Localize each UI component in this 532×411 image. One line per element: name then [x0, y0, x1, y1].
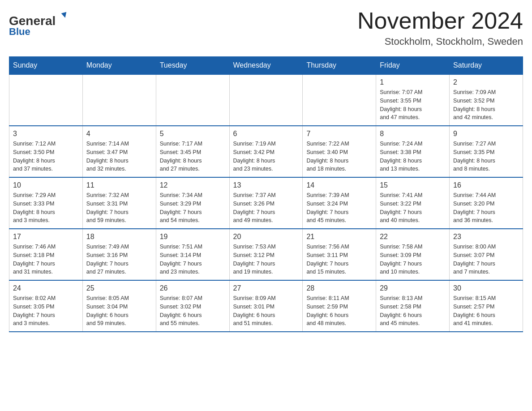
day-number: 15: [380, 181, 446, 189]
table-row: [303, 74, 376, 126]
table-row: 2Sunrise: 7:09 AMSunset: 3:52 PMDaylight…: [450, 74, 523, 126]
day-number: 2: [453, 78, 519, 86]
day-info: Sunrise: 7:24 AMSunset: 3:38 PMDaylight:…: [380, 140, 446, 173]
day-number: 20: [233, 233, 299, 241]
day-info: Sunrise: 7:29 AMSunset: 3:33 PMDaylight:…: [13, 191, 79, 225]
table-row: 27Sunrise: 8:09 AMSunset: 3:01 PMDayligh…: [229, 280, 303, 332]
day-info: Sunrise: 7:17 AMSunset: 3:45 PMDaylight:…: [160, 140, 226, 173]
day-number: 13: [233, 181, 299, 189]
day-number: 29: [380, 284, 446, 292]
table-row: 6Sunrise: 7:19 AMSunset: 3:42 PMDaylight…: [229, 126, 303, 177]
day-number: 14: [306, 181, 372, 189]
day-info: Sunrise: 8:09 AMSunset: 3:01 PMDaylight:…: [233, 294, 299, 328]
day-info: Sunrise: 7:39 AMSunset: 3:24 PMDaylight:…: [306, 191, 372, 225]
table-row: [229, 74, 303, 126]
day-number: 6: [233, 130, 299, 138]
day-number: 22: [380, 233, 446, 241]
table-row: 1Sunrise: 7:07 AMSunset: 3:55 PMDaylight…: [376, 74, 450, 126]
day-info: Sunrise: 7:41 AMSunset: 3:22 PMDaylight:…: [380, 191, 446, 225]
day-number: 9: [453, 130, 519, 138]
day-number: 25: [86, 284, 152, 292]
col-friday: Friday: [376, 57, 450, 75]
table-row: 24Sunrise: 8:02 AMSunset: 3:05 PMDayligh…: [9, 280, 83, 332]
day-number: 18: [86, 233, 152, 241]
table-row: 4Sunrise: 7:14 AMSunset: 3:47 PMDaylight…: [82, 126, 156, 177]
table-row: 11Sunrise: 7:32 AMSunset: 3:31 PMDayligh…: [82, 177, 156, 229]
day-number: 24: [13, 284, 79, 292]
table-row: 22Sunrise: 7:58 AMSunset: 3:09 PMDayligh…: [376, 229, 450, 280]
day-number: 17: [13, 233, 79, 241]
day-info: Sunrise: 7:53 AMSunset: 3:12 PMDaylight:…: [233, 243, 299, 276]
table-row: 12Sunrise: 7:34 AMSunset: 3:29 PMDayligh…: [156, 177, 229, 229]
calendar-table: Sunday Monday Tuesday Wednesday Thursday…: [9, 56, 523, 332]
day-number: 23: [453, 233, 519, 241]
col-wednesday: Wednesday: [229, 57, 303, 75]
day-info: Sunrise: 7:22 AMSunset: 3:40 PMDaylight:…: [306, 140, 372, 173]
day-number: 21: [306, 233, 372, 241]
day-number: 1: [380, 78, 446, 86]
calendar-week-row: 17Sunrise: 7:46 AMSunset: 3:18 PMDayligh…: [9, 229, 523, 280]
day-info: Sunrise: 7:44 AMSunset: 3:20 PMDaylight:…: [453, 191, 519, 225]
day-info: Sunrise: 7:51 AMSunset: 3:14 PMDaylight:…: [160, 243, 226, 276]
day-number: 10: [13, 181, 79, 189]
table-row: 15Sunrise: 7:41 AMSunset: 3:22 PMDayligh…: [376, 177, 450, 229]
col-tuesday: Tuesday: [156, 57, 229, 75]
logo-svg: General Blue: [9, 9, 81, 40]
logo: General Blue: [9, 9, 81, 40]
calendar-week-row: 10Sunrise: 7:29 AMSunset: 3:33 PMDayligh…: [9, 177, 523, 229]
table-row: 30Sunrise: 8:15 AMSunset: 2:57 PMDayligh…: [450, 280, 523, 332]
col-thursday: Thursday: [303, 57, 376, 75]
title-area: November 2024 Stockholm, Stockholm, Swed…: [357, 9, 523, 47]
day-info: Sunrise: 7:49 AMSunset: 3:16 PMDaylight:…: [86, 243, 152, 276]
table-row: 18Sunrise: 7:49 AMSunset: 3:16 PMDayligh…: [82, 229, 156, 280]
table-row: 21Sunrise: 7:56 AMSunset: 3:11 PMDayligh…: [303, 229, 376, 280]
day-number: 4: [86, 130, 152, 138]
day-number: 27: [233, 284, 299, 292]
day-number: 28: [306, 284, 372, 292]
day-info: Sunrise: 7:34 AMSunset: 3:29 PMDaylight:…: [160, 191, 226, 225]
table-row: 8Sunrise: 7:24 AMSunset: 3:38 PMDaylight…: [376, 126, 450, 177]
day-number: 12: [160, 181, 226, 189]
col-sunday: Sunday: [9, 57, 83, 75]
day-number: 5: [160, 130, 226, 138]
table-row: [82, 74, 156, 126]
day-number: 8: [380, 130, 446, 138]
table-row: [156, 74, 229, 126]
page-header: General Blue November 2024 Stockholm, St…: [9, 9, 523, 47]
day-info: Sunrise: 7:58 AMSunset: 3:09 PMDaylight:…: [380, 243, 446, 276]
day-number: 7: [306, 130, 372, 138]
table-row: 7Sunrise: 7:22 AMSunset: 3:40 PMDaylight…: [303, 126, 376, 177]
day-number: 11: [86, 181, 152, 189]
day-info: Sunrise: 7:19 AMSunset: 3:42 PMDaylight:…: [233, 140, 299, 173]
day-info: Sunrise: 8:00 AMSunset: 3:07 PMDaylight:…: [453, 243, 519, 276]
calendar-week-row: 24Sunrise: 8:02 AMSunset: 3:05 PMDayligh…: [9, 280, 523, 332]
table-row: 14Sunrise: 7:39 AMSunset: 3:24 PMDayligh…: [303, 177, 376, 229]
day-info: Sunrise: 7:12 AMSunset: 3:50 PMDaylight:…: [13, 140, 79, 173]
table-row: 13Sunrise: 7:37 AMSunset: 3:26 PMDayligh…: [229, 177, 303, 229]
table-row: 20Sunrise: 7:53 AMSunset: 3:12 PMDayligh…: [229, 229, 303, 280]
col-monday: Monday: [82, 57, 156, 75]
day-number: 26: [160, 284, 226, 292]
day-info: Sunrise: 7:14 AMSunset: 3:47 PMDaylight:…: [86, 140, 152, 173]
day-info: Sunrise: 7:07 AMSunset: 3:55 PMDaylight:…: [380, 88, 446, 122]
svg-text:Blue: Blue: [9, 26, 30, 37]
day-info: Sunrise: 7:32 AMSunset: 3:31 PMDaylight:…: [86, 191, 152, 225]
location-title: Stockholm, Stockholm, Sweden: [357, 36, 523, 47]
table-row: 5Sunrise: 7:17 AMSunset: 3:45 PMDaylight…: [156, 126, 229, 177]
day-info: Sunrise: 7:27 AMSunset: 3:35 PMDaylight:…: [453, 140, 519, 173]
day-info: Sunrise: 8:15 AMSunset: 2:57 PMDaylight:…: [453, 294, 519, 328]
day-number: 16: [453, 181, 519, 189]
day-number: 19: [160, 233, 226, 241]
day-number: 30: [453, 284, 519, 292]
table-row: 29Sunrise: 8:13 AMSunset: 2:58 PMDayligh…: [376, 280, 450, 332]
day-info: Sunrise: 8:07 AMSunset: 3:02 PMDaylight:…: [160, 294, 226, 328]
table-row: 9Sunrise: 7:27 AMSunset: 3:35 PMDaylight…: [450, 126, 523, 177]
table-row: [9, 74, 83, 126]
month-title: November 2024: [357, 9, 523, 32]
calendar-week-row: 1Sunrise: 7:07 AMSunset: 3:55 PMDaylight…: [9, 74, 523, 126]
day-info: Sunrise: 7:09 AMSunset: 3:52 PMDaylight:…: [453, 88, 519, 122]
table-row: 19Sunrise: 7:51 AMSunset: 3:14 PMDayligh…: [156, 229, 229, 280]
table-row: 28Sunrise: 8:11 AMSunset: 2:59 PMDayligh…: [303, 280, 376, 332]
table-row: 16Sunrise: 7:44 AMSunset: 3:20 PMDayligh…: [450, 177, 523, 229]
calendar-header-row: Sunday Monday Tuesday Wednesday Thursday…: [9, 57, 523, 75]
